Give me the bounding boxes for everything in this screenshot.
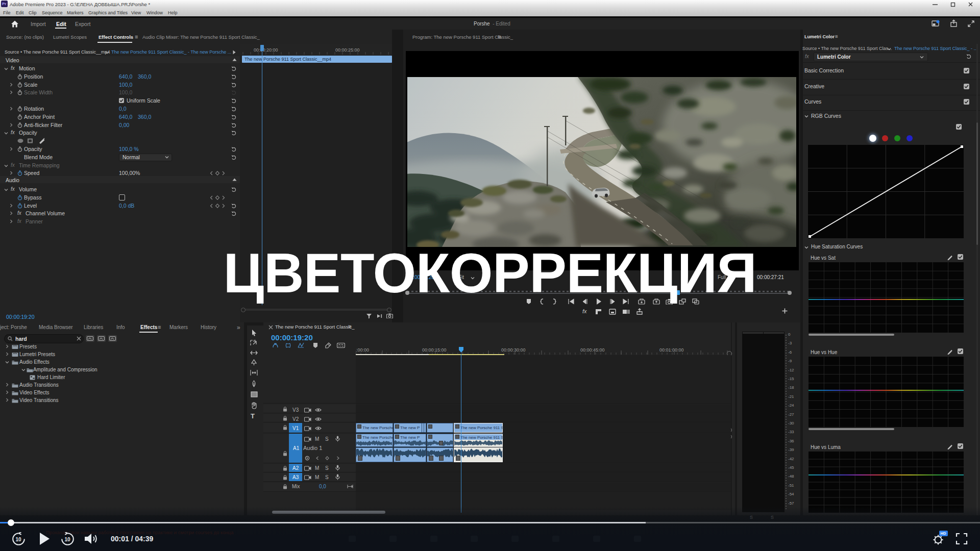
- svg-text:10: 10: [16, 537, 22, 542]
- svg-text:10: 10: [65, 537, 71, 542]
